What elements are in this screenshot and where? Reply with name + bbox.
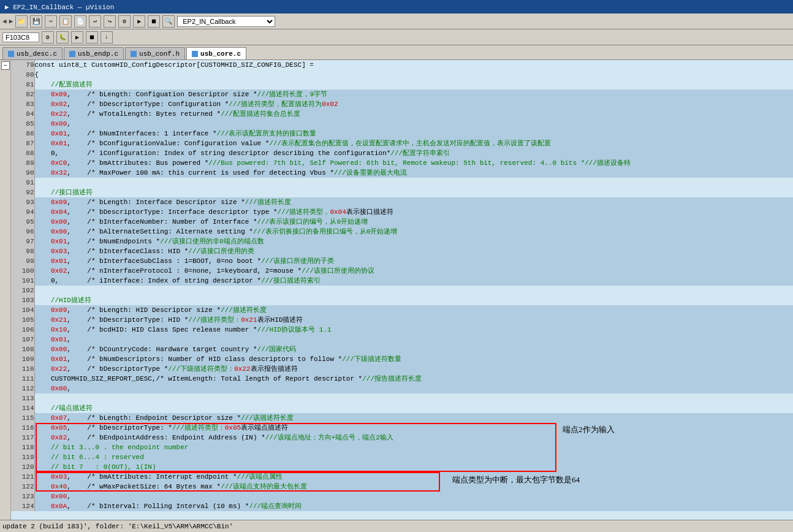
tab-label-2: usb_endp.c [78, 50, 118, 58]
line-number: 98 [11, 246, 34, 256]
line-code: 0x00, /* bCountryCode: Hardware target c… [34, 344, 793, 354]
line-code: CUSTOMHID_SIZ_REPORT_DESC,/* wItemLength… [34, 374, 793, 384]
left-panel: − [0, 60, 11, 520]
line-code: 0x02, /* nInterfaceProtocol : 0=none, 1=… [34, 266, 793, 276]
line-number: 82 [11, 89, 34, 99]
line-number: 106 [11, 325, 34, 335]
tab-bar: usb_desc.c usb_endp.c usb_conf.h usb_cor… [0, 45, 793, 60]
line-code: // bit 7 : 0(OUT), 1(IN) [34, 462, 793, 472]
line-number: 80 [11, 70, 34, 80]
line-number: 124 [11, 501, 34, 511]
line-number: 108 [11, 344, 34, 354]
status-text: update 2 (build 183)', folder: 'E:\Keil_… [2, 523, 233, 530]
tab-icon-2 [69, 51, 75, 57]
toolbar-btn9[interactable]: ▶ [133, 15, 145, 28]
line-code: 0x10, /* bcdHID: HID Class Spec release … [34, 325, 793, 335]
line-number: 110 [11, 364, 34, 374]
line-number: 113 [11, 393, 34, 403]
title-bar: ▶ EP2_IN_Callback — µVision [0, 0, 793, 13]
code-table: 79const uint8_t CustomHID_ConfigDescript… [11, 60, 793, 511]
app-window: ▶ EP2_IN_Callback — µVision ◀ ▶ 📁 💾 ✂ 📋 … [0, 0, 793, 532]
status-bar: update 2 (build 183)', folder: 'E:\Keil_… [0, 520, 793, 532]
toolbar-btn11[interactable]: 🔍 [162, 15, 175, 28]
tab-label-1: usb_desc.c [17, 50, 57, 58]
toolbar-btn4[interactable]: 📋 [59, 15, 72, 28]
line-number: 91 [11, 178, 34, 188]
line-number: 83 [11, 99, 34, 109]
line-number: 96 [11, 227, 34, 237]
line-code [34, 178, 793, 188]
toolbar-btn2[interactable]: 💾 [30, 15, 42, 28]
line-code: //HID描述符 [34, 295, 793, 305]
toolbar-btn1[interactable]: 📁 [15, 15, 28, 28]
line-code: const uint8_t CustomHID_ConfigDescriptor… [34, 60, 793, 70]
line-code: 0x09, /* bLength: Interface Descriptor s… [34, 197, 793, 207]
line-code: 0x01, /* bConfigurationValue: Configurat… [34, 139, 793, 148]
code-editor[interactable]: 79const uint8_t CustomHID_ConfigDescript… [11, 60, 793, 520]
toolbar-btn10[interactable]: ⏹ [148, 15, 160, 28]
toolbar-btn3[interactable]: ✂ [45, 15, 57, 28]
line-code: { [34, 70, 793, 80]
line-code: 0x82, /* bEndpointAddress: Endpoint Addr… [34, 433, 793, 443]
line-number: 93 [11, 197, 34, 207]
line-number: 90 [11, 168, 34, 178]
line-number: 121 [11, 472, 34, 482]
toolbar-btn5[interactable]: 📄 [74, 15, 86, 28]
line-number: 122 [11, 482, 34, 492]
line-number: 123 [11, 492, 34, 501]
line-number: 86 [11, 129, 34, 139]
line-code: 0x02, /* bDescriptorType: Configuration … [34, 99, 793, 109]
line-number: 102 [11, 286, 34, 295]
toolbar-btn7[interactable]: ↪ [104, 15, 116, 28]
run-btn[interactable]: ▶ [71, 31, 83, 44]
line-code: // bit 3...0 . the endpoint number [34, 443, 793, 452]
toolbar-row1: ◀ ▶ 📁 💾 ✂ 📋 📄 ↩ ↪ ⚙ ▶ ⏹ 🔍 EP2_IN_Callbac… [0, 13, 793, 29]
line-number: 84 [11, 109, 34, 119]
line-number: 119 [11, 452, 34, 462]
line-code: 0x32, /* MaxPower 100 mA: this current i… [34, 168, 793, 178]
compile-btn[interactable]: ⚙ [42, 31, 54, 44]
code-container: 79const uint8_t CustomHID_ConfigDescript… [11, 60, 793, 511]
line-code: 0x00, /* bAlternateSetting: Alternate se… [34, 227, 793, 237]
line-number: 92 [11, 188, 34, 197]
line-number: 81 [11, 80, 34, 89]
tab-usb-endp[interactable]: usb_endp.c [64, 47, 124, 59]
line-code: //接口描述符 [34, 188, 793, 197]
line-number: 99 [11, 256, 34, 266]
line-number: 87 [11, 139, 34, 148]
line-code: //配置描述符 [34, 80, 793, 89]
line-number: 100 [11, 266, 34, 276]
tab-usb-conf[interactable]: usb_conf.h [125, 47, 185, 59]
toolbar-row2: ⚙ 🐛 ▶ ⏹ ↓ [0, 29, 793, 45]
line-code: 0x01, /* bInterfaceSubClass : 1=BOOT, 0=… [34, 256, 793, 266]
line-number: 95 [11, 217, 34, 227]
nav-back[interactable]: ◀ [2, 17, 7, 25]
function-dropdown[interactable]: EP2_IN_Callback [177, 16, 275, 27]
tab-usb-core[interactable]: usb_core.c [186, 47, 246, 59]
fold-btn-80[interactable]: − [1, 61, 10, 70]
debug-btn[interactable]: 🐛 [56, 31, 69, 44]
stop-btn[interactable]: ⏹ [86, 31, 98, 44]
step-btn[interactable]: ↓ [101, 31, 113, 44]
line-number: 101 [11, 276, 34, 286]
toolbar-btn8[interactable]: ⚙ [118, 15, 131, 28]
tab-icon-4 [192, 51, 198, 57]
line-code: 0x04, /* bDescriptorType: Interface desc… [34, 207, 793, 217]
line-number: 104 [11, 305, 34, 315]
nav-fwd[interactable]: ▶ [9, 17, 13, 25]
address-input[interactable] [2, 32, 39, 42]
line-code: 0x03, /* bmAttributes: Interrupt endpoin… [34, 472, 793, 482]
line-code: 0x01, /* bNumDescriptors: Number of HID … [34, 354, 793, 364]
line-code: // bit 6...4 : reserved [34, 452, 793, 462]
line-code: 0x07, /* bLength: Endpoint Descriptor si… [34, 413, 793, 423]
line-code: 0x00, /* bInterfaceNumber: Number of Int… [34, 217, 793, 227]
line-code: 0x03, /* bInterfaceClass: HID *///该接口所使用… [34, 246, 793, 256]
line-code: 0x21, /* bDescriptorType: HID *///描述符类型：… [34, 315, 793, 325]
line-code: //端点描述符 [34, 403, 793, 413]
tab-label-4: usb_core.c [200, 50, 241, 58]
line-number: 107 [11, 335, 34, 344]
line-code: 0x01, [34, 335, 793, 344]
toolbar-btn6[interactable]: ↩ [89, 15, 101, 28]
line-number: 112 [11, 384, 34, 393]
tab-usb-desc[interactable]: usb_desc.c [2, 47, 63, 59]
